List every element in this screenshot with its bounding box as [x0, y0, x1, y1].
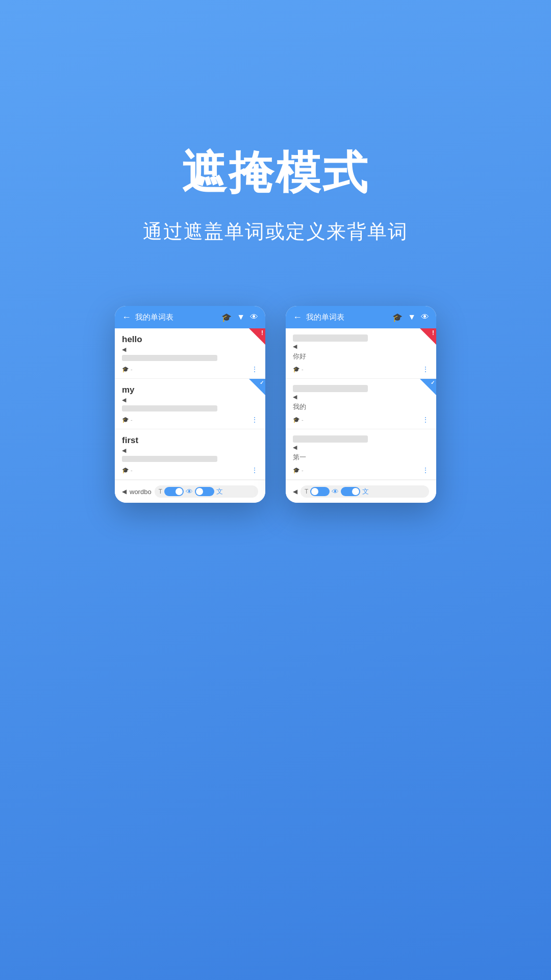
dots-diyi[interactable]: ⋮ — [422, 466, 429, 474]
eye-toggle-right: 👁 — [332, 487, 339, 496]
progress-icon-wode: 🎓 - — [293, 417, 304, 423]
phones-section: ← 我的单词表 🎓 ▼ 👁 hello ◀ 🎓 - ⋮ my ◀ — [115, 306, 436, 503]
dots-hello[interactable]: ⋮ — [251, 365, 258, 373]
speaker-toggle-right[interactable]: ◀ — [293, 488, 297, 495]
toggle-switch-left[interactable] — [164, 487, 184, 496]
main-title: 遮掩模式 — [182, 143, 369, 203]
dots-my[interactable]: ⋮ — [251, 416, 258, 424]
word-masked-diyi — [293, 435, 368, 443]
speaker-toggle-left[interactable]: ◀ — [122, 488, 127, 495]
card-footer-hello: 🎓 - ⋮ — [122, 365, 258, 373]
word-first: first — [122, 435, 258, 446]
phone-left: ← 我的单词表 🎓 ▼ 👁 hello ◀ 🎓 - ⋮ my ◀ — [115, 306, 265, 503]
definition-masked-hello — [122, 355, 217, 361]
card-footer-my: 🎓 - ⋮ — [122, 416, 258, 424]
progress-icon-first: 🎓 - — [122, 467, 133, 474]
card-hello: hello ◀ 🎓 - ⋮ — [115, 328, 265, 379]
speaker-diyi[interactable]: ◀ — [293, 444, 429, 451]
card-footer-diyi: 🎓 - ⋮ — [293, 466, 429, 474]
phone-left-header-title: 我的单词表 — [135, 313, 221, 322]
word-masked-wode — [293, 385, 368, 392]
speaker-my[interactable]: ◀ — [122, 397, 258, 403]
translate-icon-left: 文 — [216, 487, 223, 496]
grad-icon-right[interactable]: 🎓 — [392, 313, 403, 322]
toggle-switch-left2[interactable] — [195, 487, 214, 496]
word-masked-nihao — [293, 334, 368, 342]
back-icon-left[interactable]: ← — [122, 312, 131, 323]
word-my: my — [122, 385, 258, 395]
card-wode: ◀ 我的 🎓 - ⋮ — [286, 379, 436, 429]
hero-section: 遮掩模式 通过遮盖单词或定义来背单词 — [143, 143, 408, 245]
phone-left-header: ← 我的单词表 🎓 ▼ 👁 — [115, 306, 265, 328]
filter-icon-left[interactable]: ▼ — [237, 313, 245, 322]
dots-nihao[interactable]: ⋮ — [422, 365, 429, 373]
definition-wode: 我的 — [293, 402, 429, 411]
speaker-first[interactable]: ◀ — [122, 447, 258, 454]
card-nihao: ◀ 你好 🎓 - ⋮ — [286, 328, 436, 379]
eye-toggle-left: 👁 — [186, 487, 193, 496]
definition-nihao: 你好 — [293, 352, 429, 361]
card-my: my ◀ 🎓 - ⋮ — [115, 379, 265, 429]
card-footer-nihao: 🎓 - ⋮ — [293, 365, 429, 373]
progress-icon-hello: 🎓 - — [122, 366, 133, 373]
card-diyi: ◀ 第一 🎓 - ⋮ — [286, 429, 436, 480]
toggle-t-right: T — [305, 488, 308, 495]
eye-icon-right[interactable]: 👁 — [421, 313, 429, 322]
phone-left-header-icons: 🎓 ▼ 👁 — [221, 313, 258, 322]
toggle-bar-right: ◀ T 👁 文 — [286, 480, 436, 503]
speaker-hello[interactable]: ◀ — [122, 346, 258, 353]
card-footer-first: 🎓 - ⋮ — [122, 466, 258, 474]
phone-right-header-title: 我的单词表 — [306, 313, 392, 322]
word-hello: hello — [122, 334, 258, 345]
back-icon-right[interactable]: ← — [293, 312, 302, 323]
speaker-wode[interactable]: ◀ — [293, 394, 429, 400]
card-first: first ◀ 🎓 - ⋮ — [115, 429, 265, 480]
toggle-bar-left: ◀ wordbo T 👁 文 — [115, 480, 265, 503]
translate-icon-right: 文 — [362, 487, 369, 496]
toggle-group-left[interactable]: T 👁 文 — [155, 485, 258, 498]
progress-icon-diyi: 🎓 - — [293, 467, 304, 474]
toggle-switch-right2[interactable] — [341, 487, 360, 496]
toggle-group-right[interactable]: T 👁 文 — [300, 485, 429, 498]
toggle-switch-right[interactable] — [310, 487, 330, 496]
definition-masked-my — [122, 405, 217, 411]
progress-icon-nihao: 🎓 - — [293, 366, 304, 373]
phone-right-header-icons: 🎓 ▼ 👁 — [392, 313, 429, 322]
dots-wode[interactable]: ⋮ — [422, 416, 429, 424]
toggle-t-left: T — [159, 488, 162, 495]
phone-right: ← 我的单词表 🎓 ▼ 👁 ◀ 你好 🎓 - ⋮ ◀ 我的 — [286, 306, 436, 503]
phone-right-header: ← 我的单词表 🎓 ▼ 👁 — [286, 306, 436, 328]
definition-diyi: 第一 — [293, 453, 429, 462]
wordbook-label-left: wordbo — [130, 488, 152, 496]
card-footer-wode: 🎓 - ⋮ — [293, 416, 429, 424]
grad-icon-left[interactable]: 🎓 — [221, 313, 232, 322]
progress-icon-my: 🎓 - — [122, 417, 133, 423]
definition-masked-first — [122, 456, 217, 462]
dots-first[interactable]: ⋮ — [251, 466, 258, 474]
speaker-nihao[interactable]: ◀ — [293, 343, 429, 350]
filter-icon-right[interactable]: ▼ — [408, 313, 416, 322]
eye-icon-left[interactable]: 👁 — [250, 313, 258, 322]
subtitle: 通过遮盖单词或定义来背单词 — [143, 219, 408, 245]
